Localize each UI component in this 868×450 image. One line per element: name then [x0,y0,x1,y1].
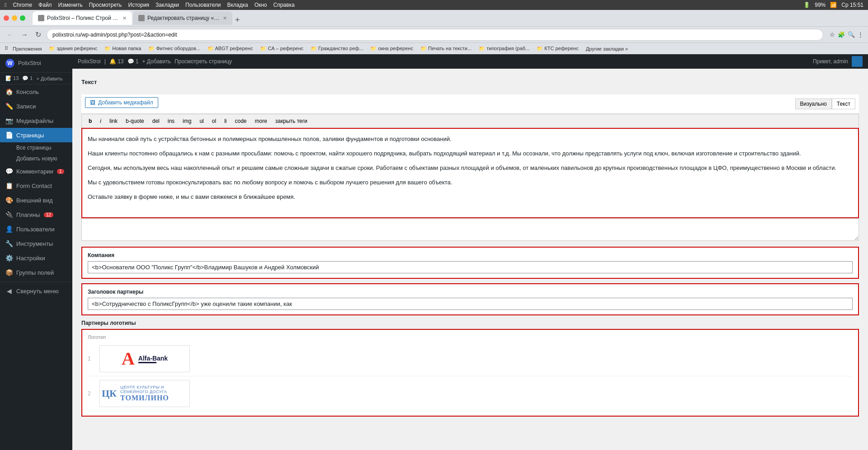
fullscreen-window-btn[interactable] [20,15,25,21]
view-menu[interactable]: Просмотреть [89,2,122,8]
sidebar-item-tools[interactable]: 🔧 Инструменты [0,236,72,251]
search-icon[interactable]: 🔍 [848,31,855,38]
extra-editor-textarea[interactable] [81,218,859,241]
bookmark-ktc[interactable]: 📁 КТС референс [534,45,581,52]
sidebar-item-media[interactable]: 📷 Медиафайлы [0,113,72,128]
bookmark-abgt[interactable]: 📁 ABGT референс [205,45,255,52]
sidebar-item-users[interactable]: 👤 Пользователи [0,222,72,236]
bookmark-apps[interactable]: Приложения [10,45,44,52]
minimize-window-btn[interactable] [12,15,17,21]
img-btn[interactable]: img [179,116,194,126]
tab-menu[interactable]: Вкладка [227,2,248,8]
window-menu[interactable]: Окно [255,2,267,8]
forward-button[interactable]: → [19,30,30,40]
browser-tab-2[interactable]: Редактировать страницу « Ро... ✕ [133,11,232,25]
bookmark-tipografiya[interactable]: 📁 типография (раб... [476,45,532,52]
bookmark-okna[interactable]: 📁 окна референс [368,45,415,52]
tab-visual[interactable]: Визуально [795,98,832,109]
close-tab-1[interactable]: ✕ [123,15,127,21]
sidebar-item-plugins[interactable]: 🔌 Плагины 12 [0,207,72,222]
address-input[interactable]: polixstroi.ru/wp-admin/post.php?post=2&a… [47,29,823,41]
del-btn[interactable]: del [149,116,163,126]
sidebar-item-field-groups[interactable]: 📦 Группы полей [0,265,72,280]
chrome-menu[interactable]: Chrome [13,2,32,8]
menu-icon[interactable]: ⋮ [858,31,863,38]
add-media-button[interactable]: 🖼 Добавить медиафайл [85,97,158,108]
link-btn[interactable]: link [106,116,121,126]
topbar-view-page[interactable]: Просмотреть страницу [175,58,232,65]
collapse-icon: ◀ [5,287,13,295]
topbar-posts-count[interactable]: 🔔 13 [109,58,124,65]
sidebar-item-contact-form[interactable]: 📋 Form Contact [0,178,72,193]
posts-icon: ✏️ [5,103,13,110]
tab-text[interactable]: Текст [832,98,855,109]
partners-heading-input[interactable] [88,298,853,310]
sidebar-item-appearance[interactable]: 🎨 Внешний вид [0,193,72,207]
li-btn[interactable]: li [221,116,230,126]
close-tags-btn[interactable]: закрыть теги [272,116,311,126]
bookmark-sa[interactable]: 📁 СА – референс [257,45,306,52]
apple-menu[interactable]:  [5,2,6,8]
close-tab-2[interactable]: ✕ [223,15,227,21]
italic-btn[interactable]: i [97,116,104,126]
text-section-label: Текст [81,76,97,88]
company-field-section: Компания [81,247,859,279]
editor-paragraph-4: Мы с удовольствием готовы проконсультиро… [88,178,853,188]
sidebar-item-console[interactable]: 🏠 Консоль [0,84,72,99]
help-menu[interactable]: Справка [274,2,295,8]
sidebar-subitem-add-new[interactable]: Добавить новую [0,153,72,164]
sidebar-item-comments[interactable]: 💬 Комментарии 1 [0,164,72,178]
sidebar-item-collapse[interactable]: ◀ Свернуть меню [0,284,72,298]
editor-content-area[interactable]: Мы начинали свой путь с устройства бетон… [81,128,859,218]
sidebar-item-posts[interactable]: ✏️ Записи [0,99,72,113]
comments-count[interactable]: 💬 1 [22,75,33,81]
sidebar-subitem-all-pages[interactable]: Все страницы [0,142,72,153]
bookmark-pechat[interactable]: 📁 Печать на тексти... [418,45,474,52]
admin-avatar[interactable] [852,56,863,67]
add-media-label: Добавить медиафайл [98,99,153,106]
company-field-input[interactable] [88,261,853,273]
bookmark-novaya[interactable]: 📁 Новая папка [102,45,144,52]
apps-icon[interactable]: ⠿ [5,46,8,52]
topbar-separator1: | [104,58,106,65]
bookmarks-menu[interactable]: Закладки [156,2,179,8]
posts-count[interactable]: 📝 13 [5,75,19,81]
comments-icon: 💬 [5,168,13,175]
bold-btn[interactable]: b [85,116,95,126]
sidebar-item-settings[interactable]: ⚙️ Настройки [0,251,72,265]
code-btn[interactable]: code [231,116,250,126]
ol-btn[interactable]: ol [209,116,219,126]
bookmark-other[interactable]: Другие закладки » [583,45,631,52]
tomilino-subtitle: ЦЕНТР КУЛЬТУРЫ И СЕМЕЙНОГО ДОСУГА [120,385,188,394]
tomilino-logo: ЦК ЦЕНТР КУЛЬТУРЫ И СЕМЕЙНОГО ДОСУГА Том… [100,383,189,404]
topbar-add-new[interactable]: + Добавить [142,58,171,65]
ul-btn[interactable]: ul [196,116,207,126]
file-menu[interactable]: Файл [38,2,52,8]
bookmark-fitness[interactable]: 📁 Фитнес оборудов... [146,45,203,52]
ins-btn[interactable]: ins [165,116,178,126]
extensions-icon[interactable]: 🧩 [838,31,845,38]
sidebar-item-pages[interactable]: 📄 Страницы [0,128,72,142]
back-button[interactable]: ← [5,30,15,40]
history-menu[interactable]: История [128,2,150,8]
topbar-site-link[interactable]: PolixStroi [78,58,101,65]
topbar-comments-link[interactable]: 💬 1 [127,58,139,65]
add-new-stat[interactable]: + Добавить [36,75,62,81]
refresh-button[interactable]: ↻ [33,29,43,40]
edit-menu[interactable]: Изменить [58,2,83,8]
browser-tab-1[interactable]: PolixStroi – Поликс Строй – с... ✕ [33,11,132,25]
address-bar-row: ← → ↻ polixstroi.ru/wp-admin/post.php?po… [0,26,868,42]
bookmark-zdaniya[interactable]: 📁 здания референс [46,45,100,52]
users-menu[interactable]: Пользователи [185,2,221,8]
close-window-btn[interactable] [4,15,9,21]
bookmark-star-icon[interactable]: ☆ [830,31,835,38]
settings-icon: ⚙️ [5,254,13,262]
bookmark-grazhdanstvo[interactable]: 📁 Гражданство реф... [308,45,366,52]
logo-2-number: 2 [88,390,95,397]
pages-icon: 📄 [5,131,13,139]
blockquote-btn[interactable]: b-quote [123,116,147,126]
sidebar-item-label-plugins: Плагины [16,211,40,218]
more-btn[interactable]: more [252,116,270,126]
sidebar-item-label-console: Консоль [16,89,39,95]
new-tab-button[interactable]: + [233,15,242,25]
